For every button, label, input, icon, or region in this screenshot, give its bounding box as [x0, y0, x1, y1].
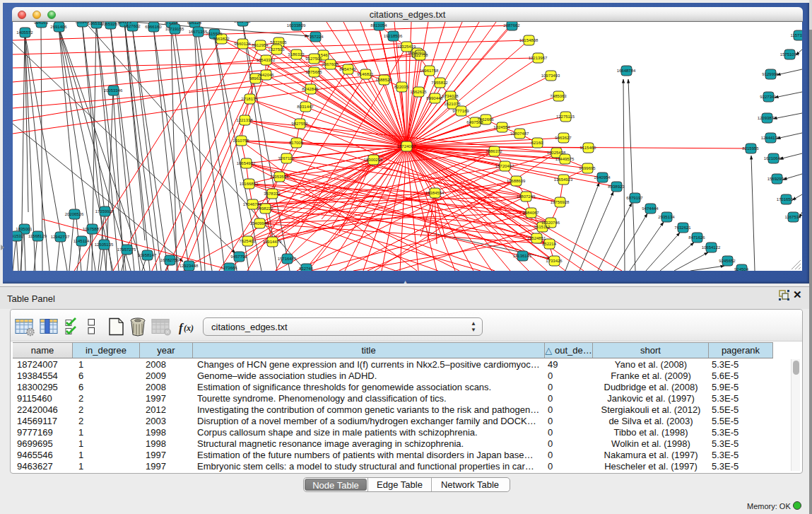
- svg-text:6879197: 6879197: [626, 196, 643, 200]
- svg-text:62160: 62160: [531, 141, 543, 145]
- svg-text:6966160: 6966160: [145, 25, 162, 29]
- svg-text:9457791: 9457791: [230, 255, 247, 259]
- svg-text:10654982: 10654982: [237, 161, 256, 165]
- svg-text:10973493: 10973493: [541, 74, 560, 78]
- svg-text:1221338: 1221338: [236, 118, 253, 122]
- svg-text:7955812: 7955812: [431, 81, 448, 85]
- svg-text:924504: 924504: [734, 267, 749, 271]
- svg-text:10958147: 10958147: [138, 253, 157, 257]
- svg-text:12923448: 12923448: [180, 264, 199, 268]
- svg-text:11568129: 11568129: [28, 234, 47, 238]
- svg-text:17359928: 17359928: [95, 209, 114, 214]
- svg-text:3186323: 3186323: [288, 52, 305, 57]
- svg-text:12275115: 12275115: [556, 115, 575, 119]
- svg-text:18807249: 18807249: [517, 194, 536, 199]
- svg-text:8813054: 8813054: [370, 23, 387, 28]
- svg-text:12213967: 12213967: [529, 56, 548, 60]
- svg-text:7625402: 7625402: [239, 239, 256, 243]
- svg-text:12353594: 12353594: [270, 175, 289, 179]
- svg-text:8242845: 8242845: [302, 87, 319, 91]
- svg-text:12093877: 12093877: [758, 116, 777, 120]
- svg-text:1273666: 1273666: [220, 266, 237, 270]
- svg-text:9474444: 9474444: [642, 206, 659, 211]
- svg-text:14136141: 14136141: [513, 254, 532, 258]
- svg-text:5322605: 5322605: [270, 40, 287, 45]
- svg-text:1527602: 1527602: [124, 24, 141, 28]
- svg-text:1621075: 1621075: [444, 102, 461, 106]
- svg-text:1145114: 1145114: [73, 239, 90, 243]
- svg-text:771354: 771354: [164, 22, 179, 25]
- svg-text:10543362: 10543362: [257, 58, 276, 62]
- svg-text:1733426: 1733426: [546, 259, 563, 263]
- svg-text:9227341: 9227341: [760, 95, 777, 99]
- svg-text:3578332: 3578332: [264, 192, 281, 196]
- svg-text:19218506: 19218506: [384, 34, 403, 38]
- svg-text:2367608: 2367608: [322, 62, 339, 66]
- svg-text:2087662: 2087662: [503, 23, 520, 28]
- svg-text:12444139: 12444139: [761, 136, 780, 140]
- svg-text:15409948: 15409948: [250, 221, 269, 226]
- svg-text:9734028: 9734028: [442, 94, 459, 98]
- svg-text:9777169: 9777169: [452, 109, 469, 113]
- svg-text:16961758: 16961758: [420, 69, 439, 73]
- svg-text:1640954: 1640954: [594, 175, 611, 180]
- svg-text:8471626: 8471626: [688, 235, 705, 240]
- svg-text:16648784: 16648784: [617, 69, 636, 73]
- svg-text:18724007: 18724007: [397, 144, 416, 148]
- svg-text:7462666: 7462666: [477, 117, 494, 122]
- svg-text:16671355: 16671355: [189, 30, 208, 34]
- svg-text:817006: 817006: [289, 141, 304, 145]
- svg-text:1588520: 1588520: [375, 78, 392, 82]
- svg-text:9699695: 9699695: [579, 166, 596, 170]
- svg-text:19756928: 19756928: [551, 200, 570, 204]
- svg-text:1322758: 1322758: [411, 53, 428, 57]
- svg-text:832746: 832746: [299, 267, 314, 271]
- svg-text:2935134: 2935134: [658, 215, 675, 219]
- svg-text:7515526: 7515526: [206, 32, 223, 36]
- svg-text:12942737: 12942737: [51, 235, 70, 239]
- svg-text:1615112: 1615112: [534, 225, 551, 229]
- svg-text:1167534: 1167534: [785, 215, 802, 219]
- svg-text:252214: 252214: [542, 242, 557, 246]
- svg-text:9660124: 9660124: [234, 42, 251, 46]
- svg-text:10654122: 10654122: [702, 245, 721, 250]
- svg-text:8861452: 8861452: [234, 22, 251, 23]
- svg-text:822035: 822035: [394, 85, 409, 89]
- svg-text:16033809: 16033809: [287, 23, 306, 28]
- svg-text:1010755: 1010755: [233, 139, 249, 143]
- svg-text:10719155: 10719155: [165, 27, 184, 31]
- svg-text:9129996: 9129996: [762, 72, 779, 76]
- svg-text:9984067: 9984067: [522, 211, 539, 215]
- svg-text:8912954: 8912954: [252, 43, 269, 47]
- svg-text:7632621: 7632621: [674, 226, 691, 230]
- svg-text:19166852: 19166852: [240, 182, 259, 186]
- svg-text:10025438: 10025438: [547, 151, 566, 155]
- svg-text:14914479: 14914479: [263, 240, 282, 244]
- svg-text:5498222: 5498222: [257, 206, 273, 211]
- svg-text:1562615: 1562615: [410, 90, 427, 94]
- svg-text:16782759: 16782759: [160, 258, 180, 262]
- svg-text:8215955: 8215955: [742, 146, 759, 151]
- svg-text:9146821: 9146821: [357, 72, 374, 76]
- svg-text:1327505: 1327505: [268, 47, 285, 52]
- svg-text:13449575: 13449575: [555, 157, 575, 161]
- svg-text:12505135: 12505135: [95, 243, 114, 247]
- svg-text:13654923: 13654923: [554, 177, 573, 182]
- svg-text:636124: 636124: [187, 22, 202, 25]
- svg-text:10688609: 10688609: [507, 179, 526, 183]
- svg-text:7357224: 7357224: [307, 35, 324, 39]
- svg-text:1835001: 1835001: [16, 227, 33, 231]
- svg-text:15720407: 15720407: [495, 164, 514, 168]
- svg-text:3875685: 3875685: [305, 70, 322, 74]
- svg-text:1405572: 1405572: [16, 30, 33, 35]
- svg-text:7663822: 7663822: [213, 37, 230, 41]
- svg-text:15751074: 15751074: [780, 52, 799, 57]
- svg-text:9827552: 9827552: [291, 122, 308, 126]
- svg-text:994163: 994163: [34, 22, 49, 25]
- svg-text:8990448: 8990448: [426, 96, 443, 100]
- svg-text:13325419: 13325419: [397, 45, 416, 49]
- svg-text:(x): (x): [184, 323, 194, 333]
- svg-text:15716485: 15716485: [278, 257, 297, 261]
- svg-text:8938923: 8938923: [608, 185, 625, 189]
- svg-text:18300295: 18300295: [364, 158, 383, 162]
